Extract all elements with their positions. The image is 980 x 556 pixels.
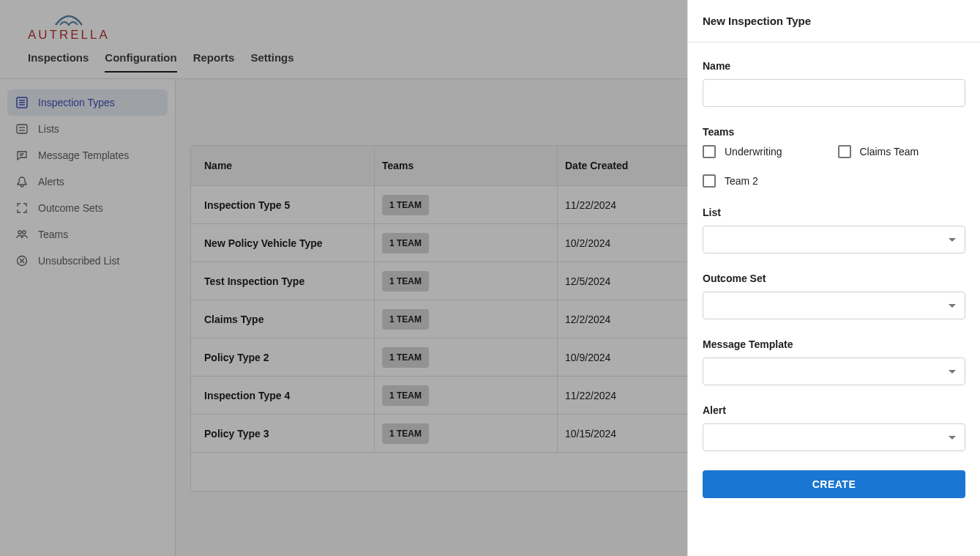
form-group-list: List (703, 207, 965, 253)
alert-select[interactable] (703, 423, 965, 451)
new-inspection-type-drawer: New Inspection Type Name Teams Underwrit… (687, 0, 980, 556)
outcome-set-select[interactable] (703, 292, 965, 319)
chevron-down-icon (949, 304, 956, 308)
name-input[interactable] (703, 79, 965, 107)
checkbox-team-2[interactable]: Team 2 (703, 174, 831, 188)
checkbox-label: Team 2 (725, 175, 758, 187)
message-template-select[interactable] (703, 357, 965, 385)
chevron-down-icon (949, 370, 956, 374)
create-button-label: CREATE (812, 478, 856, 490)
form-group-alert: Alert (703, 404, 965, 451)
checkbox-label: Underwriting (725, 146, 782, 157)
checkbox-icon (703, 145, 716, 158)
name-label: Name (703, 60, 965, 72)
form-group-teams: Teams Underwriting Claims Team Team 2 (703, 126, 965, 188)
teams-checkbox-grid: Underwriting Claims Team Team 2 (703, 145, 965, 188)
drawer-title: New Inspection Type (688, 0, 980, 42)
chevron-down-icon (949, 238, 956, 242)
drawer-body: Name Teams Underwriting Claims Team Team… (688, 42, 980, 556)
outcome-set-label: Outcome Set (703, 273, 965, 284)
checkbox-claims-team[interactable]: Claims Team (838, 145, 966, 158)
list-label: List (703, 207, 965, 218)
create-button[interactable]: CREATE (703, 470, 965, 498)
list-select[interactable] (703, 226, 965, 253)
teams-label: Teams (703, 126, 965, 138)
checkbox-icon (703, 174, 716, 188)
form-group-name: Name (703, 60, 965, 107)
form-group-outcome-set: Outcome Set (703, 273, 965, 319)
form-group-message-template: Message Template (703, 338, 965, 385)
checkbox-label: Claims Team (860, 146, 919, 157)
checkbox-underwriting[interactable]: Underwriting (703, 145, 831, 158)
alert-label: Alert (703, 404, 965, 416)
chevron-down-icon (949, 436, 956, 440)
checkbox-icon (838, 145, 851, 158)
message-template-label: Message Template (703, 338, 965, 350)
